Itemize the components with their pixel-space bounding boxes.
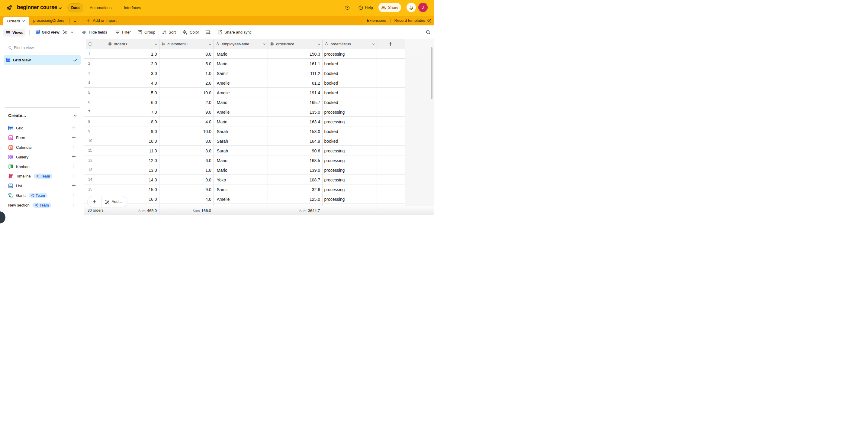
svg-text:31: 31 (10, 147, 12, 149)
